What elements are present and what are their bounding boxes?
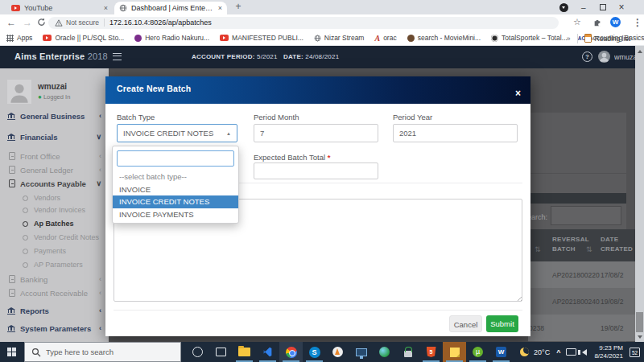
column-header[interactable]: BATCH: [552, 245, 576, 253]
chrome-button[interactable]: [279, 342, 303, 362]
sort-icon[interactable]: ⇅: [535, 245, 541, 253]
sidebar-item-vendor-invoices[interactable]: Vendor Invoices: [0, 204, 109, 216]
sort-icon[interactable]: ⇅: [586, 245, 592, 253]
dropdown-option[interactable]: INVOICE: [113, 183, 238, 196]
tray-expand-icon[interactable]: ^: [556, 348, 560, 356]
url-field[interactable]: Not secure 172.16.10.4:8026/ap/apbatches: [48, 17, 559, 29]
bookmark-item[interactable]: Aorac: [374, 34, 396, 43]
close-tab-icon[interactable]: ×: [218, 4, 222, 12]
batch-type-dropdown: --select batch type-- INVOICE INVOICE CR…: [112, 146, 239, 224]
skype-button[interactable]: S: [303, 342, 326, 362]
cancel-button[interactable]: Cancel: [449, 315, 482, 332]
page-scrollbar[interactable]: [635, 46, 644, 342]
bookmark-item[interactable]: TotalSportek – Total...: [491, 34, 568, 42]
keyboard-icon[interactable]: [566, 348, 576, 356]
reload-icon[interactable]: [37, 18, 46, 27]
taskbar-search-input[interactable]: [46, 348, 167, 356]
search-icon: [31, 348, 41, 357]
table-search-input[interactable]: [551, 206, 621, 225]
remote-desktop-button[interactable]: [349, 342, 373, 362]
taskbar-search[interactable]: [24, 342, 181, 362]
dropdown-option[interactable]: --select batch type--: [113, 171, 238, 183]
totalsportek-icon: [491, 35, 498, 42]
bookmark-item[interactable]: Nizar Stream: [314, 34, 365, 42]
hamburger-menu-icon[interactable]: [113, 53, 122, 60]
sidebar-item-front-office[interactable]: Front Office‹: [0, 150, 109, 162]
scrollbar-thumb[interactable]: [636, 312, 643, 332]
sidebar-item-vendor-credit-notes[interactable]: Vendor Credit Notes: [0, 231, 109, 244]
column-header[interactable]: REVERSAL: [552, 236, 589, 243]
expected-total-input[interactable]: [254, 162, 378, 179]
sidebar-item-vendors[interactable]: Vendors: [0, 191, 109, 204]
scroll-down-arrow-icon[interactable]: [638, 335, 642, 339]
back-icon[interactable]: ←: [6, 17, 16, 28]
start-button[interactable]: [0, 342, 24, 362]
submit-button[interactable]: Submit: [486, 315, 518, 332]
bookmarks-overflow-chevron[interactable]: »: [567, 35, 571, 43]
help-icon[interactable]: ?: [582, 51, 592, 62]
bookmark-star-icon[interactable]: ☆: [573, 17, 581, 27]
sidebar-item-banking[interactable]: Banking‹: [0, 273, 109, 286]
dropdown-search-input[interactable]: [117, 150, 234, 167]
bookmark-item[interactable]: search - MovieMini...: [407, 34, 481, 42]
new-tab-button[interactable]: +: [232, 1, 245, 14]
utorrent-button[interactable]: µ: [466, 342, 489, 362]
app-brand[interactable]: Aims Enterprise 2018: [14, 51, 108, 61]
sticky-notes-button[interactable]: [443, 342, 466, 362]
tab-dashboard[interactable]: Dashboard | Aims Enterprise ×: [114, 2, 227, 14]
table-row[interactable]: 0238 19/08/2: [528, 315, 635, 341]
sidebar-item-accounts-payable[interactable]: Accounts Payable∨: [0, 177, 109, 190]
sidebar-item-ap-batches[interactable]: Ap Batches: [0, 217, 109, 230]
menu-dots-icon[interactable]: ⋮: [633, 17, 642, 28]
table-row[interactable]: AP2021800220 17/08/2: [528, 261, 635, 288]
sidebar-item-general-ledger[interactable]: General Ledger‹: [0, 163, 109, 176]
vlc-button[interactable]: [326, 342, 349, 362]
clock[interactable]: 9:23 PM 8/24/2021: [594, 344, 623, 360]
cortana-icon: [192, 347, 203, 357]
profile-avatar[interactable]: W: [610, 17, 621, 27]
table-row[interactable]: AP2021800240 19/08/2: [528, 288, 635, 315]
sidebar-item-general-business[interactable]: General Business‹: [0, 109, 109, 122]
sidebar-item-system-parameters[interactable]: System Parameters‹: [0, 322, 109, 335]
bookmark-item[interactable]: Hero Radio Nakuru...: [134, 34, 209, 42]
close-modal-icon[interactable]: ×: [515, 88, 521, 98]
close-window-button[interactable]: ×: [619, 2, 625, 13]
night-light-icon[interactable]: [520, 348, 529, 356]
scroll-up-arrow-icon[interactable]: [638, 50, 642, 53]
tab-youtube[interactable]: YouTube ×: [6, 2, 113, 14]
sidebar-item-ap-parameters[interactable]: AP Parameters: [0, 258, 109, 271]
sidebar-item-reports[interactable]: Reports‹: [0, 304, 109, 317]
column-header[interactable]: CREATED: [601, 245, 633, 253]
dropdown-option[interactable]: INVOICE PAYMENTS: [113, 208, 238, 221]
period-year-input[interactable]: [393, 124, 518, 142]
cortana-button[interactable]: [186, 342, 209, 362]
period-month-input[interactable]: [254, 124, 378, 142]
word-button[interactable]: W: [489, 342, 513, 362]
sidebar-item-payments[interactable]: Payments: [0, 245, 109, 257]
restore-button[interactable]: [600, 4, 606, 10]
bookmark-item[interactable]: Oracle || PL/SQL Sto...: [43, 34, 124, 42]
apps-shortcut[interactable]: Apps: [6, 34, 32, 42]
column-header[interactable]: DATE: [601, 236, 618, 243]
internet-button[interactable]: [373, 342, 396, 362]
forward-icon[interactable]: →: [23, 17, 32, 28]
close-tab-icon[interactable]: ×: [104, 4, 108, 12]
speaker-icon[interactable]: [582, 349, 587, 356]
action-center-icon[interactable]: 52: [630, 348, 640, 357]
vscode-button[interactable]: [256, 342, 279, 362]
task-view-button[interactable]: [209, 342, 233, 362]
temperature[interactable]: 20°C: [534, 348, 550, 356]
user-avatar[interactable]: [598, 51, 610, 63]
bookmark-item[interactable]: MANIFESTED PUBLI...: [220, 34, 303, 42]
dropdown-option-selected[interactable]: INVOICE CREDIT NOTES: [113, 195, 238, 208]
extension-puzzle-icon[interactable]: [593, 19, 601, 27]
sidebar-item-account-receivable[interactable]: Account Receivable‹: [0, 286, 109, 299]
html5-app-button[interactable]: 5: [419, 342, 443, 362]
reading-list-button[interactable]: Reading list: [584, 34, 630, 43]
window-badge-icon[interactable]: [559, 3, 568, 12]
minimize-button[interactable]: –: [581, 3, 586, 12]
file-explorer-button[interactable]: [233, 342, 256, 362]
sidebar-item-financials[interactable]: Financials∨: [0, 130, 109, 143]
batch-type-select[interactable]: INVOICE CREDIT NOTES ▲: [117, 124, 237, 142]
vpn-button[interactable]: [396, 342, 419, 362]
